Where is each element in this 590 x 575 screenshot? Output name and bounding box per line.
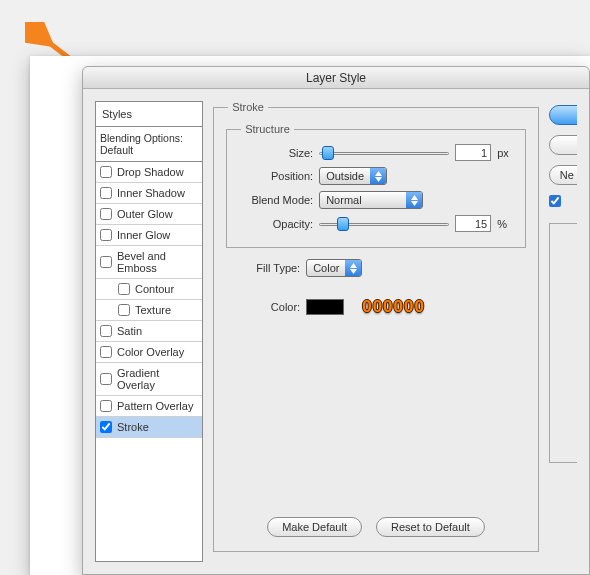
style-label: Inner Glow	[117, 229, 170, 241]
styles-list: Styles Blending Options: Default Drop Sh…	[95, 101, 203, 562]
opacity-row: Opacity: 15 %	[237, 212, 515, 235]
style-checkbox[interactable]	[100, 346, 112, 358]
style-checkbox[interactable]	[100, 256, 112, 268]
ok-button[interactable]	[549, 105, 577, 125]
style-checkbox[interactable]	[118, 283, 130, 295]
updown-icon	[370, 168, 386, 184]
structure-group: Structure Size: 1 px Position: Outside	[226, 123, 526, 248]
style-label: Gradient Overlay	[117, 367, 198, 391]
position-select[interactable]: Outside	[319, 167, 387, 185]
style-row-outer-glow[interactable]: Outer Glow	[96, 204, 202, 225]
size-input[interactable]: 1	[455, 144, 491, 161]
preview-box	[549, 223, 577, 463]
updown-icon	[406, 192, 422, 208]
blendmode-select[interactable]: Normal	[319, 191, 423, 209]
style-row-texture[interactable]: Texture	[96, 300, 202, 321]
reset-default-button[interactable]: Reset to Default	[376, 517, 485, 537]
style-row-stroke[interactable]: Stroke	[96, 417, 202, 438]
size-row: Size: 1 px	[237, 141, 515, 164]
style-checkbox[interactable]	[118, 304, 130, 316]
style-label: Outer Glow	[117, 208, 173, 220]
stroke-panel: Stroke Structure Size: 1 px Position:	[213, 101, 539, 552]
size-slider[interactable]	[319, 146, 449, 160]
style-label: Stroke	[117, 421, 149, 433]
filltype-label: Fill Type:	[230, 262, 300, 274]
size-unit: px	[497, 147, 509, 159]
opacity-input[interactable]: 15	[455, 215, 491, 232]
style-row-bevel-and-emboss[interactable]: Bevel and Emboss	[96, 246, 202, 279]
style-label: Contour	[135, 283, 174, 295]
filltype-select[interactable]: Color	[306, 259, 362, 277]
structure-title: Structure	[241, 123, 294, 135]
opacity-label: Opacity:	[243, 218, 313, 230]
styles-list-header[interactable]: Styles	[96, 102, 202, 127]
right-button-column: Ne	[549, 101, 577, 562]
style-row-inner-shadow[interactable]: Inner Shadow	[96, 183, 202, 204]
style-checkbox[interactable]	[100, 229, 112, 241]
position-row: Position: Outside	[237, 164, 515, 188]
style-row-drop-shadow[interactable]: Drop Shadow	[96, 162, 202, 183]
color-label: Color:	[230, 301, 300, 313]
blendmode-label: Blend Mode:	[243, 194, 313, 206]
style-row-contour[interactable]: Contour	[96, 279, 202, 300]
style-label: Inner Shadow	[117, 187, 185, 199]
color-row: Color: 000000	[224, 294, 528, 320]
style-label: Bevel and Emboss	[117, 250, 198, 274]
style-row-inner-glow[interactable]: Inner Glow	[96, 225, 202, 246]
position-label: Position:	[243, 170, 313, 182]
style-checkbox[interactable]	[100, 166, 112, 178]
hex-annotation: 000000	[362, 297, 425, 317]
panel-footer: Make Default Reset to Default	[224, 513, 528, 539]
style-row-color-overlay[interactable]: Color Overlay	[96, 342, 202, 363]
style-checkbox[interactable]	[100, 400, 112, 412]
style-checkbox[interactable]	[100, 208, 112, 220]
dialog-content: Styles Blending Options: Default Drop Sh…	[83, 89, 589, 574]
style-row-satin[interactable]: Satin	[96, 321, 202, 342]
style-label: Pattern Overlay	[117, 400, 193, 412]
opacity-slider[interactable]	[319, 217, 449, 231]
style-label: Satin	[117, 325, 142, 337]
cancel-button[interactable]	[549, 135, 577, 155]
window-title: Layer Style	[83, 67, 589, 89]
preview-checkbox[interactable]	[549, 195, 561, 207]
layer-style-dialog: Layer Style Styles Blending Options: Def…	[82, 66, 590, 575]
opacity-unit: %	[497, 218, 507, 230]
blending-options-row[interactable]: Blending Options: Default	[96, 127, 202, 162]
style-checkbox[interactable]	[100, 325, 112, 337]
color-swatch[interactable]	[306, 299, 344, 315]
make-default-button[interactable]: Make Default	[267, 517, 362, 537]
style-checkbox[interactable]	[100, 373, 112, 385]
style-checkbox[interactable]	[100, 421, 112, 433]
size-label: Size:	[243, 147, 313, 159]
style-checkbox[interactable]	[100, 187, 112, 199]
style-label: Color Overlay	[117, 346, 184, 358]
style-row-pattern-overlay[interactable]: Pattern Overlay	[96, 396, 202, 417]
new-style-button[interactable]: Ne	[549, 165, 577, 185]
blendmode-row: Blend Mode: Normal	[237, 188, 515, 212]
style-row-gradient-overlay[interactable]: Gradient Overlay	[96, 363, 202, 396]
style-label: Texture	[135, 304, 171, 316]
updown-icon	[345, 260, 361, 276]
filltype-row: Fill Type: Color	[224, 256, 528, 280]
stroke-panel-title: Stroke	[228, 101, 268, 113]
style-label: Drop Shadow	[117, 166, 184, 178]
